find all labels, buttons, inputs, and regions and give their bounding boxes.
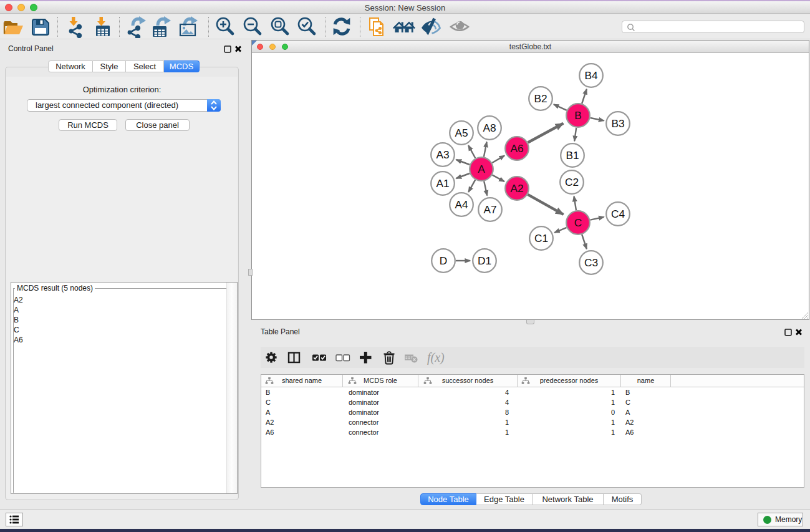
- svg-text:B1: B1: [566, 149, 579, 162]
- svg-text:A7: A7: [483, 203, 496, 216]
- svg-text:A5: A5: [455, 127, 468, 139]
- svg-text:A2: A2: [510, 182, 523, 195]
- svg-text:C3: C3: [584, 256, 598, 269]
- svg-text:B4: B4: [584, 69, 598, 82]
- svg-text:C: C: [574, 216, 582, 229]
- svg-text:A4: A4: [455, 198, 468, 211]
- svg-text:B3: B3: [611, 117, 624, 130]
- svg-text:C2: C2: [565, 176, 579, 188]
- svg-text:C4: C4: [611, 208, 625, 220]
- svg-text:D: D: [440, 254, 447, 267]
- svg-text:A: A: [478, 163, 485, 175]
- svg-text:A3: A3: [436, 148, 449, 161]
- svg-text:B: B: [574, 109, 582, 122]
- svg-text:A1: A1: [436, 177, 449, 190]
- svg-text:C1: C1: [534, 232, 548, 244]
- svg-text:D1: D1: [478, 254, 491, 267]
- svg-text:A8: A8: [483, 122, 496, 134]
- svg-text:B2: B2: [534, 92, 547, 105]
- svg-text:A6: A6: [510, 142, 523, 155]
- svg-text:f(x): f(x): [427, 351, 445, 365]
